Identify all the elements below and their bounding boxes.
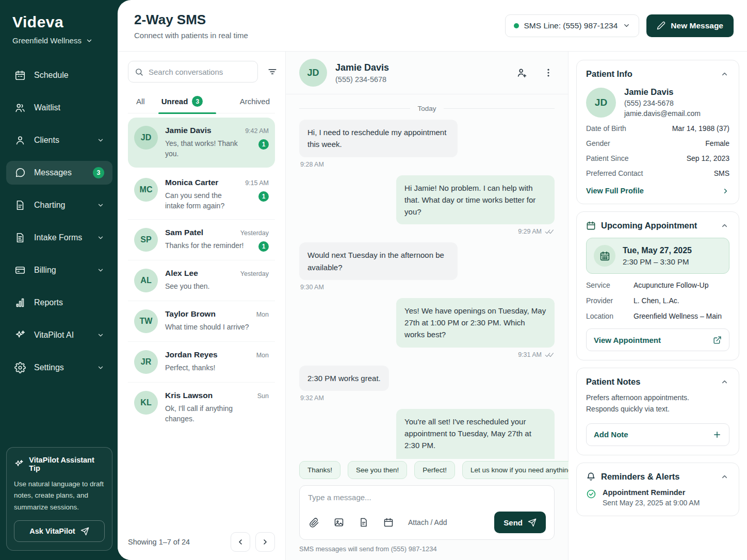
check-circle-icon (586, 489, 596, 499)
attach-calendar-button[interactable] (382, 516, 395, 529)
chevron-down-icon (97, 137, 104, 144)
list-pagination: Showing 1–7 of 24 (128, 532, 275, 552)
conversation-item[interactable]: KL Kris Lawson Sun Ok, I'll call if anyt… (128, 383, 275, 433)
search-box (128, 61, 258, 83)
reminders-card: Reminders & Alerts Appointment Reminder … (576, 463, 739, 516)
attach-file-button[interactable] (308, 516, 320, 529)
quick-reply-chip[interactable]: Thanks! (299, 461, 340, 479)
org-switcher[interactable]: Greenfield Wellness (6, 36, 112, 45)
sidebar-item-messages[interactable]: Messages 3 (6, 161, 112, 185)
patient-email: jamie.davis@email.com (624, 109, 701, 118)
chat-bubble-icon (14, 167, 26, 178)
info-row: Service Acupuncture Follow-Up (586, 281, 729, 289)
avatar: JD (299, 59, 327, 87)
conversation-item[interactable]: MC Monica Carter 9:15 AM Can you send th… (128, 170, 275, 220)
quick-reply-chip[interactable]: See you then! (348, 461, 407, 479)
sidebar-item-intake-forms[interactable]: Intake Forms (6, 226, 112, 250)
message-time: 9:15 AM (245, 179, 269, 187)
collapse-button[interactable] (720, 69, 729, 79)
tip-title: VitaPilot Assistant Tip (29, 456, 105, 472)
conversation-item[interactable]: JR Jordan Reyes Mon Perfect, thanks! (128, 342, 275, 383)
conversation-tabs: All Unread 3 Archived (128, 92, 275, 113)
avatar: TW (134, 309, 158, 333)
contact-name: Taylor Brown (165, 309, 216, 319)
info-value: SMS (714, 169, 729, 177)
info-label: Service (586, 281, 634, 289)
prev-page-button[interactable] (231, 532, 250, 552)
sidebar-item-billing[interactable]: Billing (6, 258, 112, 282)
sidebar: Videva Greenfield Wellness Schedule Wait… (0, 0, 119, 560)
view-appointment-button[interactable]: View Appointment (586, 328, 729, 351)
conversation-item[interactable]: JD Jamie Davis 9:42 AM Yes, that works! … (128, 118, 275, 168)
message-bubble: 2:30 PM works great. (299, 366, 389, 391)
sms-line-selector[interactable]: SMS Line: (555) 987-1234 (505, 14, 640, 37)
search-input[interactable] (149, 68, 251, 76)
chevron-down-icon (97, 267, 104, 274)
attach-image-button[interactable] (333, 516, 345, 529)
conversation-item[interactable]: TW Taylor Brown Mon What time should I a… (128, 301, 275, 342)
send-label: Send (504, 518, 523, 527)
avatar: MC (134, 178, 158, 202)
tab-unread[interactable]: Unread 3 (158, 92, 217, 113)
next-page-button[interactable] (255, 532, 275, 552)
sidebar-item-label: Intake Forms (34, 233, 89, 242)
tab-archived[interactable]: Archived (237, 93, 275, 112)
attach-document-button[interactable] (358, 516, 370, 529)
collapse-button[interactable] (720, 472, 729, 482)
sidebar-item-settings[interactable]: Settings (6, 356, 112, 380)
quick-reply-chip[interactable]: Let us know if you need anything. (462, 461, 582, 479)
new-message-button[interactable]: New Message (646, 14, 734, 37)
message-input[interactable] (308, 493, 546, 502)
message-inbound: Hi, I need to reschedule my appointment … (299, 120, 555, 168)
info-value: L. Chen, L.Ac. (634, 297, 679, 305)
day-divider: Today (299, 105, 555, 112)
sidebar-item-waitlist[interactable]: Waitlist (6, 96, 112, 120)
sidebar-item-label: Waitlist (34, 103, 104, 112)
avatar: KL (134, 391, 158, 415)
conversation-item[interactable]: AL Alex Lee Yesterday See you then. (128, 260, 275, 301)
message-preview: Thanks for the reminder! (165, 240, 249, 251)
message-preview: Ok, I'll call if anything changes. (165, 403, 269, 424)
view-full-profile-link[interactable]: View Full Profile (586, 186, 729, 195)
external-link-icon (713, 336, 722, 344)
ask-vitapilot-button[interactable]: Ask VitaPilot (14, 520, 105, 542)
sidebar-item-label: Charting (34, 201, 89, 210)
message-timestamp: 9:29 AM (300, 228, 554, 235)
sidebar-item-clients[interactable]: Clients (6, 128, 112, 152)
unread-badge: 1 (258, 241, 269, 252)
contact-name: Kris Lawson (165, 391, 213, 400)
conversation-item[interactable]: SP Sam Patel Yesterday Thanks for the re… (128, 220, 275, 260)
calendar-icon (383, 517, 394, 528)
contact-name: Alex Lee (165, 269, 198, 278)
users-icon (14, 102, 26, 113)
message-outbound: Yes! We have openings on Tuesday, May 27… (299, 298, 555, 358)
add-contact-button[interactable] (515, 66, 529, 79)
more-options-button[interactable] (542, 67, 555, 79)
filter-icon (267, 67, 278, 77)
collapse-button[interactable] (720, 377, 729, 387)
avatar: JR (134, 350, 158, 374)
filter-button[interactable] (265, 64, 280, 79)
info-value: Mar 14, 1988 (37) (672, 124, 729, 133)
sidebar-item-reports[interactable]: Reports (6, 291, 112, 315)
sidebar-item-label: Reports (34, 298, 104, 307)
sidebar-item-schedule[interactable]: Schedule (6, 63, 112, 87)
sparkles-icon (14, 459, 24, 469)
collapse-button[interactable] (720, 221, 729, 230)
sidebar-item-vitapilot-ai[interactable]: VitaPilot AI (6, 323, 112, 347)
patient-note: Responds quickly via text. (586, 403, 729, 415)
patient-detail-panel: Patient Info JD Jamie Davis (555) 234-56… (569, 52, 747, 560)
tip-body: Use natural language to draft notes, cre… (14, 479, 105, 513)
message-inbound: Would next Tuesday in the afternoon be a… (299, 242, 555, 291)
search-icon (135, 68, 143, 76)
new-message-label: New Message (671, 21, 723, 30)
message-time: Yesterday (240, 229, 269, 237)
message-bubble: Hi Jamie! No problem. I can help with th… (396, 175, 555, 225)
sidebar-item-charting[interactable]: Charting (6, 193, 112, 217)
tab-all[interactable]: All (128, 93, 158, 112)
quick-reply-chip[interactable]: Perfect! (414, 461, 455, 479)
add-note-button[interactable]: Add Note (586, 423, 729, 446)
send-button[interactable]: Send (494, 512, 546, 533)
user-icon (14, 135, 26, 146)
message-timestamp: 9:31 AM (300, 351, 554, 358)
